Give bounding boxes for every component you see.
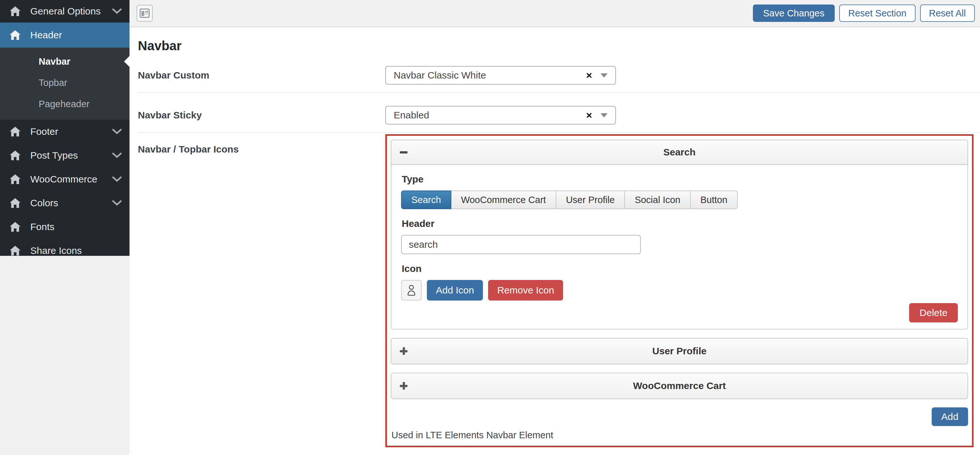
- field-label: Navbar Custom: [138, 70, 385, 81]
- home-icon: [9, 29, 21, 41]
- chevron-down-icon: [112, 152, 122, 158]
- type-option-social-icon[interactable]: Social Icon: [625, 190, 691, 209]
- sidebar-item-navbar[interactable]: Navbar: [0, 51, 129, 72]
- home-icon: [9, 125, 21, 138]
- sidebar-item-label: Topbar: [39, 78, 67, 88]
- home-icon: [9, 5, 21, 17]
- sidebar-item-post-types[interactable]: Post Types: [0, 144, 129, 167]
- form-row-navbar-topbar-icons: Navbar / Topbar Icons Search Type Search…: [138, 133, 980, 455]
- type-option-button[interactable]: Button: [691, 190, 738, 209]
- type-option-user-profile[interactable]: User Profile: [556, 190, 625, 209]
- chevron-down-icon: [112, 129, 122, 135]
- accordion-title: WooCommerce Cart: [633, 380, 726, 391]
- sidebar-item-label: Header: [30, 30, 62, 41]
- navbar-custom-select[interactable]: Navbar Classic White ×: [385, 66, 616, 85]
- clear-x-icon[interactable]: ×: [586, 109, 592, 121]
- home-icon: [9, 149, 21, 162]
- header-submenu: Navbar Topbar Pageheader: [0, 48, 129, 120]
- icon-controls-row: Add Icon Remove Icon: [401, 280, 958, 301]
- type-option-woocommerce-cart[interactable]: WooCommerce Cart: [451, 190, 556, 209]
- field-label: Navbar / Topbar Icons: [138, 133, 385, 155]
- sidebar-item-fonts[interactable]: Fonts: [0, 215, 129, 239]
- settings-panel: Navbar Navbar Custom Navbar Classic Whit…: [129, 28, 980, 455]
- sidebar-item-woocommerce[interactable]: WooCommerce: [0, 167, 129, 191]
- icon-label: Icon: [402, 263, 958, 274]
- add-icon-button[interactable]: Add Icon: [427, 280, 483, 301]
- accordion-header-search[interactable]: Search: [391, 140, 968, 165]
- save-changes-button[interactable]: Save Changes: [753, 5, 835, 22]
- field-label: Navbar Sticky: [138, 110, 385, 120]
- reset-section-button[interactable]: Reset Section: [839, 5, 916, 22]
- sidebar-item-general-options[interactable]: General Options: [0, 0, 129, 22]
- plus-icon: [400, 382, 407, 390]
- form-row-navbar-custom: Navbar Custom Navbar Classic White ×: [138, 53, 980, 93]
- search-section-body: Type Search WooCommerce Cart User Profil…: [391, 165, 968, 330]
- person-icon: [406, 284, 417, 297]
- header-label: Header: [402, 218, 958, 229]
- form-row-navbar-sticky: Navbar Sticky Enabled ×: [138, 93, 980, 133]
- navbar-icons-highlighted-panel: Search Type Search WooCommerce Cart User…: [385, 134, 974, 447]
- sidebar-item-label: General Options: [30, 6, 100, 17]
- accordion-header-woocommerce-cart[interactable]: WooCommerce Cart: [391, 373, 968, 399]
- sidebar-item-label: WooCommerce: [30, 174, 97, 185]
- sidebar-item-label: Colors: [30, 198, 58, 209]
- accordion-header-user-profile[interactable]: User Profile: [391, 338, 968, 364]
- toolbar-actions: Save Changes Reset Section Reset All: [753, 5, 975, 22]
- sidebar-item-footer[interactable]: Footer: [0, 120, 129, 144]
- home-icon: [9, 221, 21, 233]
- sidebar-item-topbar[interactable]: Topbar: [0, 72, 129, 93]
- remove-icon-button[interactable]: Remove Icon: [488, 280, 563, 301]
- minus-icon: [400, 148, 407, 156]
- chevron-down-icon: [112, 176, 122, 182]
- sidebar-item-label: Footer: [30, 126, 58, 137]
- accordion-title: Search: [663, 147, 695, 158]
- sidebar-item-pageheader[interactable]: Pageheader: [0, 93, 129, 114]
- sidebar-item-label: Fonts: [30, 221, 54, 232]
- chevron-down-icon: [112, 8, 122, 14]
- add-row: Add: [391, 407, 968, 426]
- chevron-down-icon: [112, 200, 122, 206]
- type-label: Type: [402, 174, 958, 185]
- top-toolbar: Save Changes Reset Section Reset All: [129, 0, 980, 27]
- type-button-group: Search WooCommerce Cart User Profile Soc…: [401, 190, 738, 209]
- used-in-note: Used in LTE Elements Navbar Element: [391, 430, 968, 441]
- home-icon: [9, 173, 21, 185]
- sidebar-item-header[interactable]: Header: [0, 22, 129, 48]
- sidebar-item-label: Post Types: [30, 150, 78, 161]
- sidebar-item-colors[interactable]: Colors: [0, 191, 129, 215]
- add-section-button[interactable]: Add: [932, 407, 968, 426]
- home-icon: [9, 244, 21, 257]
- header-text-input[interactable]: [401, 235, 641, 254]
- caret-down-icon: [600, 73, 608, 78]
- delete-section-button[interactable]: Delete: [909, 303, 958, 322]
- layout-toggle-icon: [140, 8, 150, 18]
- reset-all-button[interactable]: Reset All: [920, 5, 975, 22]
- layout-toggle-button[interactable]: [137, 5, 153, 22]
- caret-down-icon: [600, 113, 608, 117]
- accordion-title: User Profile: [652, 346, 706, 357]
- selected-value: Navbar Classic White: [394, 70, 486, 81]
- selected-icon-chip[interactable]: [401, 280, 422, 301]
- clear-x-icon[interactable]: ×: [586, 70, 592, 81]
- sidebar-item-label: Navbar: [39, 56, 70, 67]
- page-title: Navbar: [138, 28, 980, 53]
- navbar-sticky-select[interactable]: Enabled ×: [385, 106, 616, 125]
- sidebar-item-label: Pageheader: [39, 99, 89, 109]
- selected-value: Enabled: [394, 110, 429, 120]
- plus-icon: [400, 347, 407, 355]
- options-sidebar: General Options Header Navbar Topbar Pag…: [0, 0, 129, 256]
- home-icon: [9, 197, 21, 209]
- sidebar-item-label: Share Icons: [30, 245, 82, 256]
- type-option-search[interactable]: Search: [401, 190, 451, 209]
- sidebar-item-share-icons[interactable]: Share Icons: [0, 239, 129, 263]
- delete-row: Delete: [401, 303, 958, 322]
